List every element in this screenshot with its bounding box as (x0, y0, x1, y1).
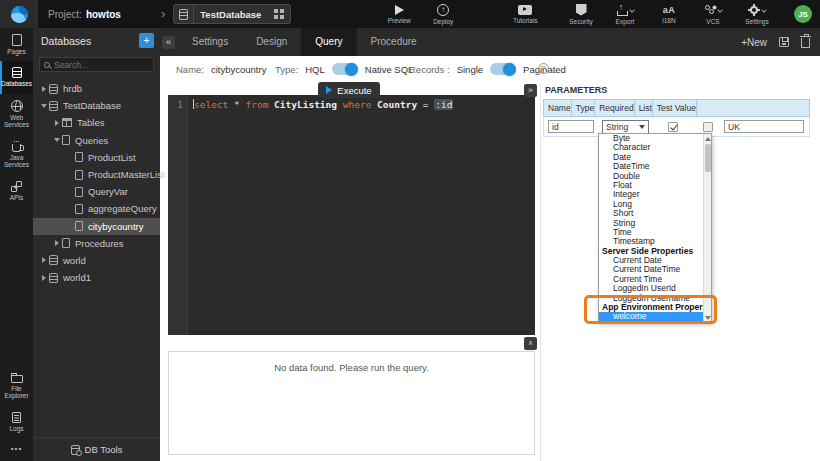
chevron-down-icon (761, 7, 767, 13)
test-value-input[interactable] (724, 120, 804, 133)
database-icon (12, 67, 22, 78)
tree-expander-icon[interactable] (52, 240, 62, 246)
tutorials-button[interactable]: Tutorials (512, 5, 538, 24)
save-icon[interactable] (779, 37, 789, 47)
tab[interactable]: Settings (178, 28, 242, 56)
tree-node-icon (75, 170, 83, 180)
security-label: Security (569, 18, 592, 25)
search-box[interactable] (39, 57, 154, 72)
dropdown-scrollbar[interactable] (703, 134, 711, 322)
database-selector[interactable]: TestDatabase (173, 4, 291, 24)
column-header: List (635, 100, 653, 116)
tree-node-icon (49, 84, 58, 94)
tree-item[interactable]: Procedures (33, 235, 160, 252)
collapse-parameters-button[interactable]: » (524, 84, 537, 97)
tree-node-icon (62, 118, 72, 127)
api-icon (11, 181, 22, 192)
execute-button[interactable]: Execute (318, 82, 380, 98)
coffee-icon (12, 144, 21, 152)
required-checkbox[interactable] (668, 122, 678, 132)
search-icon (44, 62, 50, 68)
records-option-single[interactable]: Single (457, 64, 483, 75)
rail-item-logs[interactable]: Logs (0, 406, 33, 438)
tree-expander-icon[interactable] (52, 120, 62, 126)
collapse-panel-button[interactable]: « (162, 36, 175, 49)
type-option-hql[interactable]: HQL (305, 64, 325, 75)
query-name-value[interactable]: citybycountry (211, 64, 266, 75)
app-logo[interactable] (0, 0, 38, 28)
tab[interactable]: Procedure (357, 28, 431, 56)
tree-item[interactable]: world1 (33, 269, 160, 286)
param-type-select[interactable]: String (602, 120, 649, 134)
tree-item[interactable]: aggregateQuery (33, 200, 160, 217)
parameters-table: NameTypeRequiredListTest Value String (543, 99, 810, 137)
type-toggle[interactable] (332, 63, 358, 75)
records-toggle[interactable] (490, 63, 516, 75)
tree-expander-icon[interactable] (39, 86, 49, 92)
video-icon (518, 5, 532, 15)
rail-item-apis[interactable]: APIs (0, 175, 33, 207)
rail-item-file-explorer[interactable]: File Explorer (0, 366, 33, 406)
help-icon[interactable]: ? (538, 63, 549, 74)
tree-item[interactable]: hrdb (33, 80, 160, 97)
tree-expander-icon[interactable] (39, 275, 49, 281)
search-input[interactable] (54, 60, 144, 70)
project-name: howtos (86, 9, 121, 20)
sql-code-line[interactable]: select * from CityListing where Country … (188, 95, 453, 335)
project-label: Project: (48, 9, 82, 20)
sql-editor[interactable]: 1 select * from CityListing where Countr… (168, 95, 535, 335)
scroll-up-icon[interactable] (705, 135, 711, 142)
export-button[interactable]: ↑ Export (612, 4, 638, 25)
tree-item[interactable]: QueryVar (33, 183, 160, 200)
security-button[interactable]: Security (568, 4, 594, 25)
query-controls: Name: citybycountry Type: HQL Native SQL… (160, 56, 820, 82)
list-checkbox[interactable] (703, 122, 713, 132)
tree-item[interactable]: Tables (33, 114, 160, 131)
tree-item[interactable]: ProductList (33, 149, 160, 166)
main-area: « Settings Design Query Procedure +New (160, 28, 820, 461)
rail-item-databases[interactable]: Databases (0, 61, 33, 93)
dropdown-option[interactable]: welcome (599, 312, 711, 321)
tab[interactable]: Design (242, 28, 301, 56)
topbar-actions-right: Security ↑ Export aA i18N VCS Settings J… (568, 4, 820, 25)
tree-expander-icon[interactable] (52, 138, 62, 142)
deploy-button[interactable]: ↑ Deploy (430, 4, 456, 25)
db-tools-button[interactable]: DB Tools (33, 437, 160, 461)
panel-title: Databases (41, 35, 139, 47)
rail-item-pages[interactable]: Pages (0, 28, 33, 61)
more-icon[interactable]: ••• (0, 438, 33, 461)
type-option-native-sql[interactable]: Native SQL (365, 64, 414, 75)
new-query-button[interactable]: +New (741, 37, 767, 48)
play-icon (395, 5, 404, 15)
scroll-down-icon[interactable] (705, 314, 711, 321)
database-icon (174, 5, 194, 23)
scroll-thumb[interactable] (705, 144, 711, 172)
tree-item[interactable]: ProductMasterList (33, 166, 160, 183)
tree-item[interactable]: citybycountry (33, 218, 160, 235)
rail-item-java-services[interactable]: Java Services (0, 135, 33, 175)
tree-item[interactable]: TestDatabase (33, 97, 160, 114)
collapse-editor-button[interactable]: ∧ (524, 337, 537, 350)
grid-icon[interactable] (271, 6, 287, 22)
tree-node-icon (75, 221, 83, 231)
tree-expander-icon[interactable] (39, 257, 49, 263)
play-icon (326, 86, 332, 94)
settings-button[interactable]: Settings (744, 4, 770, 25)
trash-icon[interactable] (801, 38, 810, 48)
tree-item[interactable]: Queries (33, 132, 160, 149)
tree-expander-icon[interactable] (39, 104, 49, 108)
breadcrumb-chevron-icon: › (161, 9, 165, 19)
query-result-area: No data found. Please run the query. (168, 351, 535, 455)
param-name-input[interactable] (548, 120, 594, 133)
preview-button[interactable]: Preview (386, 5, 412, 24)
left-rail: Pages Databases Web Services Java Servic… (0, 28, 33, 461)
tree-item[interactable]: world (33, 252, 160, 269)
vcs-button[interactable]: VCS (700, 4, 726, 25)
i18n-button[interactable]: aA i18N (656, 5, 682, 24)
tab[interactable]: Query (301, 28, 356, 56)
rail-item-web-services[interactable]: Web Services (0, 94, 33, 135)
translate-icon: aA (663, 5, 676, 15)
user-avatar[interactable]: JS (794, 5, 812, 23)
line-number: 1 (168, 95, 188, 335)
add-database-button[interactable]: + (139, 33, 154, 48)
